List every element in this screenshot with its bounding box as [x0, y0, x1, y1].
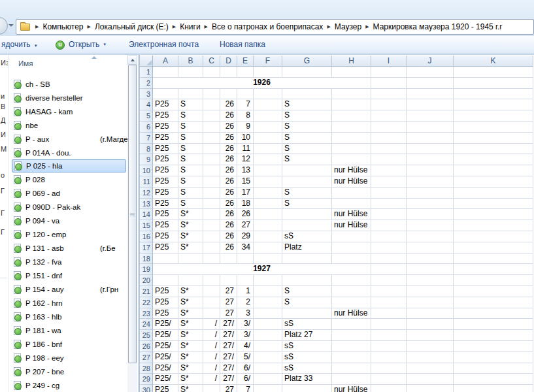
- breadcrumb-arrow-icon[interactable]: ▶: [35, 24, 39, 29]
- recent-pages-chevron-icon[interactable]: [8, 24, 14, 27]
- file-list-item[interactable]: P 163 - hlb: [8, 310, 127, 323]
- sheet-cell: [407, 122, 454, 133]
- file-list-item[interactable]: P 120 - emp: [8, 227, 127, 241]
- breadcrumb-arrow-icon[interactable]: ▶: [365, 24, 369, 29]
- sheet-cell: P25: [153, 385, 178, 392]
- sheet-cell: P25/: [153, 352, 178, 363]
- file-list-item[interactable]: P 162 - hrn: [8, 296, 127, 310]
- file-list-item[interactable]: P 154 - auy(г.Грн: [8, 282, 127, 296]
- sheet-cell: [407, 319, 454, 330]
- file-list-item[interactable]: P 132 - fva: [8, 255, 127, 269]
- file-list-item[interactable]: P 151 - dnf: [8, 269, 127, 282]
- sheet-cell: [254, 176, 282, 188]
- file-list-item[interactable]: P 069 - ad: [8, 186, 127, 200]
- row-header: 24: [140, 319, 153, 330]
- sheet-row: 10P25S2613nur Hülse: [140, 165, 534, 176]
- file-list-item[interactable]: P 181 - wa: [8, 323, 127, 337]
- file-list-item[interactable]: P - aux(г.Магдебург,: [8, 132, 127, 146]
- nav-pane-fragment: Г: [1, 228, 5, 236]
- sheet-cell: [407, 144, 454, 155]
- sheet-cell: [203, 253, 220, 265]
- address-bar[interactable]: ▶Компьютер▶Локальный диск (E:)▶Книги▶Все…: [16, 19, 534, 35]
- sheet-cell: [454, 78, 533, 89]
- sheet-cell: [332, 89, 371, 100]
- sheet-cell: [282, 385, 332, 392]
- sheet-cell: nur Hülse: [332, 209, 371, 220]
- file-name: P 207 - bne: [25, 368, 64, 376]
- sheet-cell: 26: [220, 231, 237, 242]
- sheet-cell: [371, 264, 407, 275]
- file-icon: [14, 93, 21, 103]
- sheet-cell: [332, 374, 371, 385]
- file-list-item[interactable]: HASAG - kam: [8, 105, 127, 118]
- breadcrumb-item[interactable]: Маркировка маузера 1920 - 1945 г.г: [373, 22, 503, 31]
- file-icon: [14, 203, 21, 212]
- sheet-cell: [371, 297, 407, 308]
- file-icon: [14, 135, 21, 144]
- file-list-item[interactable]: P 090D - Pak-ak: [8, 200, 127, 214]
- spreadsheet-preview[interactable]: ABCDEFGHIJK 12192634P25S267S5P25S268S6P2…: [140, 56, 534, 392]
- sheet-cell: [220, 67, 237, 78]
- row-header: 29: [140, 374, 153, 385]
- file-list-item[interactable]: P 186 - bnf: [8, 337, 127, 351]
- sheet-cell: [203, 110, 220, 122]
- breadcrumb-arrow-icon[interactable]: ▶: [88, 24, 91, 29]
- file-icon: [14, 340, 21, 349]
- breadcrumb-arrow-icon[interactable]: ▶: [173, 24, 176, 29]
- sheet-cell: [407, 275, 454, 286]
- breadcrumb-item[interactable]: Книги: [180, 22, 200, 31]
- organize-button[interactable]: ядочить▼: [1, 36, 38, 54]
- file-list-item[interactable]: P 198 - eey: [8, 351, 127, 365]
- email-button[interactable]: Электронная почта: [129, 36, 199, 54]
- file-list-item[interactable]: nbe: [8, 118, 127, 132]
- column-header-name[interactable]: Имя: [18, 59, 33, 67]
- breadcrumb-arrow-icon[interactable]: ▶: [205, 24, 208, 29]
- sheet-cell: S: [178, 154, 203, 165]
- sheet-cell: [371, 165, 407, 176]
- file-list-item[interactable]: P 094 - va: [8, 214, 127, 227]
- file-list-item[interactable]: P 028: [8, 172, 127, 186]
- file-name: HASAG - kam: [25, 108, 73, 116]
- sheet-row: 9P25S2612S: [140, 154, 534, 165]
- file-name: diverse hersteller: [25, 94, 83, 102]
- file-icon: [14, 285, 21, 294]
- sheet-row: 18: [140, 253, 534, 265]
- file-icon: [14, 80, 21, 89]
- file-list-scrollbar[interactable]: [127, 55, 137, 392]
- file-name: P 028: [25, 176, 45, 184]
- file-list-item[interactable]: ch - SB: [8, 77, 127, 91]
- breadcrumb-arrow-icon[interactable]: ▶: [327, 24, 330, 29]
- file-list-item[interactable]: P 014A - dou.: [8, 146, 127, 159]
- sheet-cell: 27/: [220, 330, 237, 341]
- sheet-cell: [371, 374, 407, 385]
- nav-pane-fragment: Д: [1, 116, 5, 124]
- sheet-row: 21P25S*271S: [140, 286, 534, 297]
- file-list-item[interactable]: P 249 - cg: [8, 378, 127, 392]
- breadcrumb-item[interactable]: Маузер: [335, 22, 361, 31]
- new-folder-button[interactable]: Новая папка: [220, 36, 265, 54]
- column-header: J: [407, 56, 454, 67]
- sheet-cell: P25: [153, 122, 178, 133]
- sheet-cell: P25/: [153, 363, 178, 374]
- sheet-cell: [153, 67, 178, 78]
- file-list-item[interactable]: P 025 - hla: [12, 159, 126, 172]
- file-list-item[interactable]: P 131 - asb(г.Бе: [8, 241, 127, 255]
- scroll-up-button[interactable]: [127, 55, 137, 65]
- breadcrumb-item[interactable]: Компьютер: [42, 22, 83, 31]
- sheet-cell: sS: [282, 231, 332, 242]
- sheet-cell: S*: [178, 209, 203, 220]
- breadcrumb-item[interactable]: Все о патронах и боеприпасах: [212, 22, 323, 31]
- sheet-cell: 34: [237, 242, 254, 253]
- file-list-item[interactable]: P 207 - bne: [8, 365, 127, 378]
- sheet-cell: [454, 330, 533, 341]
- sheet-cell: [454, 297, 533, 308]
- scrollbar-thumb[interactable]: [128, 65, 137, 363]
- sheet-cell: 27/: [220, 363, 237, 374]
- file-list-item[interactable]: diverse hersteller: [8, 91, 127, 105]
- sheet-cell: S: [178, 176, 203, 188]
- sheet-cell: 18: [237, 199, 254, 210]
- column-header: K: [454, 56, 533, 67]
- breadcrumb-item[interactable]: Локальный диск (E:): [95, 22, 169, 31]
- open-button[interactable]: uОткрыть▼: [56, 36, 107, 54]
- file-name: P - aux: [25, 135, 49, 143]
